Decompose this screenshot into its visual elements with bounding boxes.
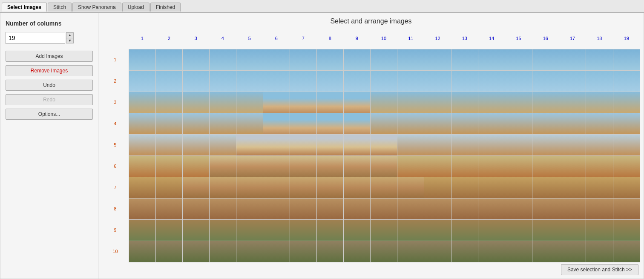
grid-cell-r4-c10[interactable] <box>370 113 397 134</box>
grid-cell-r2-c1[interactable] <box>129 70 155 92</box>
grid-cell-r3-c15[interactable] <box>505 92 532 113</box>
grid-cell-r1-c10[interactable] <box>370 49 397 70</box>
tab-upload[interactable]: Upload <box>122 3 150 12</box>
grid-cell-r6-c2[interactable] <box>155 155 182 177</box>
grid-cell-r9-c9[interactable] <box>343 219 370 241</box>
grid-cell-r9-c8[interactable] <box>316 219 343 241</box>
grid-cell-r3-c14[interactable] <box>478 92 505 113</box>
grid-cell-r6-c17[interactable] <box>559 155 586 177</box>
grid-cell-r3-c7[interactable] <box>290 92 316 113</box>
grid-cell-r1-c12[interactable] <box>424 49 451 70</box>
grid-cell-r5-c5[interactable] <box>236 134 263 155</box>
grid-cell-r2-c9[interactable] <box>343 70 370 92</box>
grid-cell-r1-c13[interactable] <box>451 49 478 70</box>
grid-cell-r1-c2[interactable] <box>155 49 182 70</box>
grid-cell-r2-c7[interactable] <box>290 70 316 92</box>
grid-cell-r2-c14[interactable] <box>478 70 505 92</box>
grid-cell-r5-c19[interactable] <box>613 134 640 155</box>
grid-cell-r7-c2[interactable] <box>155 177 182 198</box>
grid-cell-r1-c7[interactable] <box>290 49 316 70</box>
grid-cell-r8-c14[interactable] <box>478 198 505 219</box>
grid-cell-r9-c19[interactable] <box>613 219 640 241</box>
grid-cell-r7-c11[interactable] <box>397 177 424 198</box>
grid-cell-r10-c6[interactable] <box>263 241 290 262</box>
grid-cell-r3-c4[interactable] <box>209 92 236 113</box>
grid-cell-r3-c9[interactable] <box>343 92 370 113</box>
grid-cell-r6-c15[interactable] <box>505 155 532 177</box>
grid-cell-r6-c16[interactable] <box>532 155 559 177</box>
grid-cell-r8-c11[interactable] <box>397 198 424 219</box>
grid-cell-r4-c18[interactable] <box>586 113 613 134</box>
grid-cell-r10-c9[interactable] <box>343 241 370 262</box>
grid-cell-r8-c8[interactable] <box>316 198 343 219</box>
grid-cell-r5-c12[interactable] <box>424 134 451 155</box>
grid-cell-r7-c14[interactable] <box>478 177 505 198</box>
tab-select-images[interactable]: Select Images <box>2 3 47 12</box>
grid-cell-r8-c6[interactable] <box>263 198 290 219</box>
grid-cell-r8-c18[interactable] <box>586 198 613 219</box>
grid-cell-r7-c19[interactable] <box>613 177 640 198</box>
grid-cell-r7-c16[interactable] <box>532 177 559 198</box>
grid-cell-r3-c6[interactable] <box>263 92 290 113</box>
grid-cell-r3-c8[interactable] <box>316 92 343 113</box>
grid-cell-r5-c8[interactable] <box>316 134 343 155</box>
spinner-up[interactable]: ▲ <box>66 32 74 38</box>
grid-cell-r3-c10[interactable] <box>370 92 397 113</box>
grid-cell-r4-c8[interactable] <box>316 113 343 134</box>
grid-cell-r10-c15[interactable] <box>505 241 532 262</box>
grid-cell-r10-c10[interactable] <box>370 241 397 262</box>
grid-cell-r7-c15[interactable] <box>505 177 532 198</box>
remove-images-button[interactable]: Remove Images <box>6 65 93 76</box>
tab-finished[interactable]: Finished <box>150 3 181 12</box>
grid-cell-r8-c13[interactable] <box>451 198 478 219</box>
grid-cell-r6-c6[interactable] <box>263 155 290 177</box>
grid-cell-r8-c4[interactable] <box>209 198 236 219</box>
grid-cell-r7-c12[interactable] <box>424 177 451 198</box>
grid-cell-r6-c12[interactable] <box>424 155 451 177</box>
grid-cell-r7-c17[interactable] <box>559 177 586 198</box>
grid-cell-r7-c3[interactable] <box>182 177 209 198</box>
grid-cell-r4-c12[interactable] <box>424 113 451 134</box>
spinner-down[interactable]: ▼ <box>66 38 74 43</box>
grid-cell-r5-c14[interactable] <box>478 134 505 155</box>
grid-cell-r8-c12[interactable] <box>424 198 451 219</box>
grid-cell-r3-c1[interactable] <box>129 92 155 113</box>
grid-cell-r6-c1[interactable] <box>129 155 155 177</box>
grid-cell-r10-c11[interactable] <box>397 241 424 262</box>
grid-cell-r10-c13[interactable] <box>451 241 478 262</box>
grid-cell-r4-c4[interactable] <box>209 113 236 134</box>
undo-button[interactable]: Undo <box>6 80 93 91</box>
grid-cell-r7-c8[interactable] <box>316 177 343 198</box>
options-button[interactable]: Options... <box>6 109 93 120</box>
save-and-stitch-button[interactable]: Save selection and Stitch >> <box>561 264 638 275</box>
grid-cell-r1-c4[interactable] <box>209 49 236 70</box>
tab-stitch[interactable]: Stitch <box>48 3 72 12</box>
grid-cell-r6-c5[interactable] <box>236 155 263 177</box>
redo-button[interactable]: Redo <box>6 94 93 105</box>
grid-cell-r10-c3[interactable] <box>182 241 209 262</box>
grid-cell-r10-c18[interactable] <box>586 241 613 262</box>
grid-cell-r9-c15[interactable] <box>505 219 532 241</box>
grid-cell-r1-c6[interactable] <box>263 49 290 70</box>
grid-cell-r2-c15[interactable] <box>505 70 532 92</box>
grid-cell-r2-c8[interactable] <box>316 70 343 92</box>
grid-cell-r2-c19[interactable] <box>613 70 640 92</box>
grid-cell-r5-c15[interactable] <box>505 134 532 155</box>
grid-cell-r7-c13[interactable] <box>451 177 478 198</box>
grid-cell-r3-c18[interactable] <box>586 92 613 113</box>
grid-cell-r8-c10[interactable] <box>370 198 397 219</box>
grid-cell-r5-c9[interactable] <box>343 134 370 155</box>
grid-cell-r8-c3[interactable] <box>182 198 209 219</box>
grid-cell-r6-c7[interactable] <box>290 155 316 177</box>
grid-cell-r9-c7[interactable] <box>290 219 316 241</box>
grid-cell-r10-c14[interactable] <box>478 241 505 262</box>
grid-cell-r8-c19[interactable] <box>613 198 640 219</box>
grid-cell-r3-c12[interactable] <box>424 92 451 113</box>
grid-cell-r7-c4[interactable] <box>209 177 236 198</box>
grid-cell-r5-c11[interactable] <box>397 134 424 155</box>
grid-cell-r7-c7[interactable] <box>290 177 316 198</box>
grid-cell-r10-c7[interactable] <box>290 241 316 262</box>
grid-cell-r1-c14[interactable] <box>478 49 505 70</box>
grid-cell-r4-c5[interactable] <box>236 113 263 134</box>
grid-cell-r2-c10[interactable] <box>370 70 397 92</box>
